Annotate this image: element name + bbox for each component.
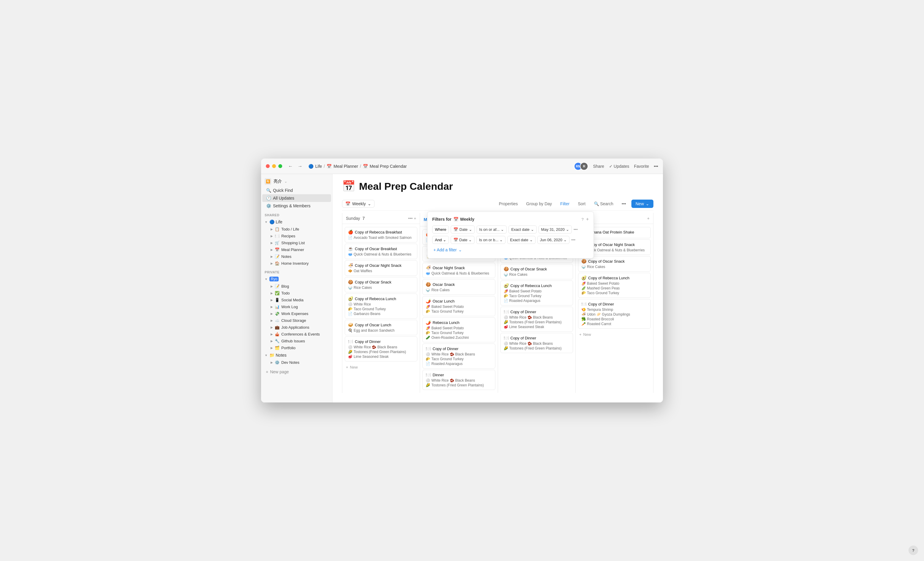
entry-dinner2-col3[interactable]: 🍽️Copy of Dinner ⚪White Rice 🫘 Black Bea… — [500, 333, 573, 353]
breadcrumb-item-2[interactable]: Meal Planner — [333, 164, 358, 169]
sidebar-item-notes-shared[interactable]: ▶ 📝 Notes — [262, 253, 331, 260]
traffic-lights — [266, 164, 282, 168]
sidebar-item-github[interactable]: ▶ 🔧 Github Issues — [262, 338, 331, 344]
quick-find-label: Quick Find — [273, 188, 293, 193]
maximize-button[interactable] — [278, 164, 282, 168]
sidebar-item-home-inventory[interactable]: ▶ 🏠 Home Inventory — [262, 260, 331, 267]
day-column-sunday: Sunday 7 ••• + 🍎Copy of Rebecca Breakfas… — [342, 213, 420, 393]
sidebar-item-shopping[interactable]: ▶ 🛒 Shopping List — [262, 239, 331, 246]
add-col4-button[interactable]: + — [647, 216, 650, 221]
entry-rebecca-lunch-mon[interactable]: 🌶️Rebecca Lunch 🍠Baked Sweet Potato 🌮Tac… — [422, 317, 495, 343]
day-add-sunday[interactable]: + — [414, 216, 416, 221]
minimize-button[interactable] — [272, 164, 276, 168]
breadcrumb-item-1[interactable]: Life — [315, 164, 322, 169]
new-label-col4: New — [583, 332, 591, 337]
new-page-button[interactable]: + New page — [265, 368, 328, 375]
sidebar-item-meal-planner[interactable]: ▶ 📅 Meal Planner — [262, 246, 331, 253]
entry-oscar-snack-mon[interactable]: 🍪Oscar Snack 🍚Rice Cakes — [422, 279, 495, 295]
filter-value-2[interactable]: Jun 06, 2020 ⌄ — [537, 236, 570, 244]
sidebar-item-recipes[interactable]: ▶ 🍽️ Recipes — [262, 233, 331, 239]
sidebar-item-todo[interactable]: ▶ ✅ Todo — [262, 290, 331, 296]
entry-sub2: 🌮Taco Ground Turkey — [504, 294, 570, 298]
page-title: Meal Prep Calendar — [359, 181, 453, 192]
add-filter-button[interactable]: + Add a filter ⌄ — [432, 246, 589, 253]
group-by-button[interactable]: Group by Day — [524, 200, 555, 208]
entry-oscar-lunch-mon[interactable]: 🌶️Oscar Lunch 🍠Baked Sweet Potato 🌮Taco … — [422, 296, 495, 316]
filter-condition-2[interactable]: Is on or b... ⌄ — [476, 236, 506, 244]
new-button[interactable]: New ⌄ — [632, 200, 653, 208]
view-selector[interactable]: 📅 Weekly ⌄ — [342, 200, 375, 208]
sidebar-item-cloud[interactable]: ▶ ☁️ Cloud Storage — [262, 317, 331, 324]
sidebar-item-all-updates[interactable]: 🕐 All Updates — [262, 194, 331, 202]
conferences-label: Conferences & Events — [281, 332, 320, 337]
sidebar-item-blog[interactable]: ▶ 📝 Blog — [262, 283, 331, 290]
chevron-type2: ⌄ — [530, 238, 533, 242]
sidebar-item-quick-find[interactable]: 🔍 Quick Find — [262, 187, 331, 194]
help-button[interactable]: ? — [909, 546, 918, 555]
more-button[interactable]: ••• — [654, 164, 658, 169]
entry-dinner-col3[interactable]: 🍽️Copy of Dinner ⚪White Rice 🫘 Black Bea… — [500, 307, 573, 332]
sidebar-item-social[interactable]: ▶ 📱 Social Media — [262, 296, 331, 304]
new-in-sunday[interactable]: + New — [342, 363, 420, 372]
filter-condition-1[interactable]: Is on or af... ⌄ — [477, 226, 507, 233]
entry-dinner-sun[interactable]: 🍽️Copy of Dinner ⚪White Rice 🫘 Black Bea… — [345, 337, 417, 361]
entry-dinner-col4[interactable]: 🍽️Copy of Dinner 🍤Tempura Shrimp 🍜Udon 🥟… — [578, 299, 651, 329]
entry-oscar-breakfast-sun[interactable]: ☕Copy of Oscar Breakfast 🥣Quick Oatmeal … — [345, 244, 417, 259]
day-name-sunday: Sunday — [346, 216, 360, 221]
favorite-button[interactable]: Favorite — [634, 164, 649, 169]
entry-rebecca-lunch-col3[interactable]: 🥑Copy of Rebecca Lunch 🍠Baked Sweet Pota… — [500, 280, 573, 305]
entry-oscar-night-sun[interactable]: 🍜Copy of Oscar Night Snack 🧇Oat Waffles — [345, 260, 417, 276]
filter-field-2[interactable]: 📅 Date ⌄ — [451, 236, 474, 244]
day-header-sunday: Sunday 7 ••• + — [342, 213, 420, 224]
close-button[interactable] — [266, 164, 270, 168]
breadcrumb-item-3[interactable]: Meal Prep Calendar — [370, 164, 407, 169]
entry-oscar-snack-col3[interactable]: 🍪Copy of Oscar Snack 🍚Rice Cakes — [500, 264, 573, 279]
entry-dinner-mon[interactable]: 🍽️Dinner ⚪White Rice 🫘 Black Beans 🌽Tost… — [422, 370, 495, 390]
titlebar-actions: RN R Share ✓ Updates Favorite ••• — [574, 162, 658, 171]
sidebar-private-workspace[interactable]: ▼ Ryo — [261, 275, 332, 283]
notes-shared-icon: 📝 — [275, 254, 279, 259]
entry-copy-dinner-mon[interactable]: 🍽️Copy of Dinner ⚪White Rice 🫘 Black Bea… — [422, 344, 495, 368]
filter-add-button[interactable]: + — [586, 217, 589, 222]
filter-type-2[interactable]: Exact date ⌄ — [507, 236, 535, 244]
all-updates-label: All Updates — [273, 196, 294, 200]
sidebar-item-work-expenses[interactable]: ▶ 💸 Work Expenses — [262, 310, 331, 317]
updates-button[interactable]: ✓ Updates — [609, 164, 629, 169]
entry-rebecca-lunch-sun[interactable]: 🥑Copy of Rebecca Lunch ⚪White Rice 🌮Taco… — [345, 293, 417, 319]
entry-oscar-night-mon[interactable]: 🍜Oscar Night Snack 🥣Quick Oatmeal & Nuts… — [422, 263, 495, 278]
sidebar-item-jobs[interactable]: ▶ 💼 Job Applications — [262, 324, 331, 331]
new-in-col4[interactable]: + New — [576, 330, 653, 339]
sidebar-item-settings[interactable]: ⚙️ Settings & Members — [262, 202, 331, 210]
back-button[interactable]: ← — [287, 162, 294, 170]
sort-button[interactable]: Sort — [575, 200, 588, 208]
filter-button[interactable]: Filter — [557, 200, 573, 208]
filter-row2-more[interactable]: ••• — [571, 238, 575, 242]
entry-rebecca-lunch-col4[interactable]: 🥑Copy of Rebecca Lunch 🍠Baked Sweet Pota… — [578, 273, 651, 298]
sidebar-item-notes-group[interactable]: ▼ 📁 Notes — [261, 351, 332, 359]
filter-where[interactable]: Where — [432, 226, 449, 233]
day-menu-sunday[interactable]: ••• — [408, 216, 412, 221]
properties-button[interactable]: Properties — [496, 200, 521, 208]
sidebar-item-dev-notes[interactable]: ▶ ⚙️ Dev Notes — [262, 359, 331, 366]
filter-type-1[interactable]: Exact date ⌄ — [508, 226, 536, 233]
entry-oscar-snack-sun[interactable]: 🍪Copy of Oscar Snack 🍚Rice Cakes — [345, 277, 417, 292]
filter-row-2: And ⌄ 📅 Date ⌄ Is on or b... ⌄ — [432, 236, 589, 244]
search-button[interactable]: 🔍 Search — [591, 200, 616, 208]
sidebar-user[interactable]: 🈶 亮介 ⌄ — [261, 177, 332, 187]
sidebar-item-todo-life[interactable]: ▶ 📋 Todo / Life — [262, 226, 331, 233]
filter-help-button[interactable]: ? — [581, 217, 584, 221]
filter-value-1[interactable]: May 31, 2020 ⌄ — [538, 226, 572, 233]
sidebar-item-work-log[interactable]: ▶ 📊 Work Log — [262, 304, 331, 310]
share-button[interactable]: Share — [593, 164, 604, 169]
forward-button[interactable]: → — [297, 162, 304, 170]
filter-row1-more[interactable]: ••• — [574, 227, 578, 232]
sidebar-item-portfolio[interactable]: ▶ 🗂️ Portfolio — [262, 344, 331, 351]
sidebar-item-conferences[interactable]: ▶ 🎪 Conferences & Events — [262, 331, 331, 338]
entry-rebecca-breakfast-sun[interactable]: 🍎Copy of Rebecca Breakfast 📄Avocado Toas… — [345, 227, 417, 242]
sidebar-shared-workspace[interactable]: ▼ 🔵 Life — [261, 218, 332, 226]
filter-and[interactable]: And ⌄ — [432, 236, 449, 244]
more-options-button[interactable]: ••• — [619, 200, 629, 208]
filter-field-1[interactable]: 📅 Date ⌄ — [451, 226, 474, 233]
main-layout: 🈶 亮介 ⌄ 🔍 Quick Find 🕐 All Updates ⚙️ Set… — [261, 174, 663, 402]
entry-oscar-lunch-sun[interactable]: 🥪Copy of Oscar Lunch 🍳Egg and Bacon Sand… — [345, 320, 417, 335]
